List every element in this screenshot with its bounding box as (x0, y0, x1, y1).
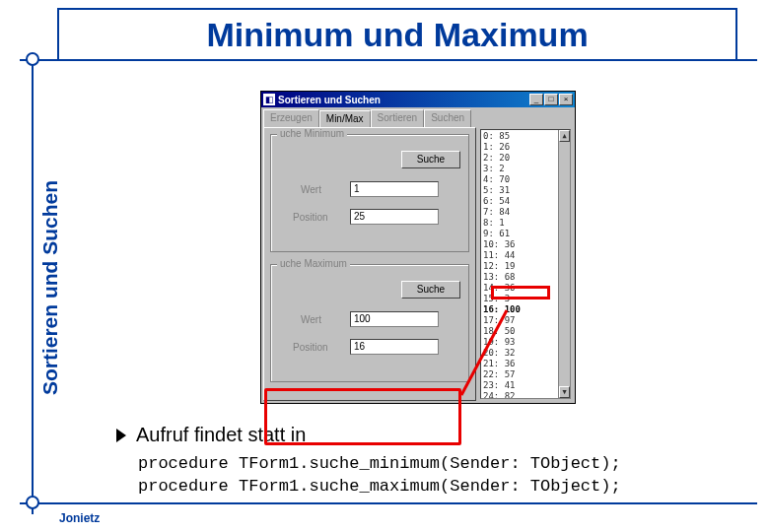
divider-vertical (32, 57, 34, 514)
window-titlebar: ◧ Sortieren und Suchen _ □ × (261, 92, 575, 107)
code-line-2: procedure TForm1.suche_maximum(Sender: T… (138, 477, 621, 496)
max-pos-label: Position (293, 342, 328, 353)
list-row: 7: 84 (483, 207, 568, 218)
min-wert-field[interactable]: 1 (350, 181, 439, 197)
list-row: 18: 50 (483, 326, 568, 337)
group-minimum: uche Minimum Suche Wert 1 Position 25 (270, 134, 469, 252)
list-row: 2: 20 (483, 153, 568, 164)
sidebar-label: Sortieren und Suchen (38, 180, 62, 395)
list-row: 22: 57 (483, 369, 568, 380)
list-row: 14: 36 (483, 283, 568, 294)
list-row: 13: 68 (483, 272, 568, 283)
list-row: 4: 70 (483, 174, 568, 185)
code-block: procedure TForm1.suche_minimum(Sender: T… (138, 453, 621, 499)
divider-bottom (20, 502, 757, 504)
tab-erzeugen[interactable]: Erzeugen (263, 109, 319, 127)
scroll-up-icon[interactable]: ▲ (559, 130, 570, 142)
list-row: 10: 36 (483, 239, 568, 250)
min-wert-label: Wert (301, 184, 321, 195)
list-row: 0: 85 (483, 131, 568, 142)
bullet-line: Aufruf findet statt in (116, 424, 306, 446)
tab-body: uche Minimum Suche Wert 1 Position 25 uc… (263, 127, 476, 401)
window-title: Sortieren und Suchen (278, 95, 529, 105)
list-row: 9: 61 (483, 229, 568, 239)
group-maximum-title: uche Maximum (277, 258, 350, 269)
code-line-1: procedure TForm1.suche_minimum(Sender: T… (138, 454, 621, 473)
tab-strip: Erzeugen Min/Max Sortieren Suchen (261, 107, 575, 127)
list-row: 1: 26 (483, 142, 568, 153)
max-wert-field[interactable]: 100 (350, 311, 439, 327)
tab-suchen[interactable]: Suchen (424, 109, 471, 127)
list-row: 24: 82 (483, 391, 568, 399)
app-window: ◧ Sortieren und Suchen _ □ × Erzeugen Mi… (260, 91, 576, 404)
scroll-down-icon[interactable]: ▼ (559, 386, 570, 398)
bullet-icon (116, 429, 126, 442)
tab-sortieren[interactable]: Sortieren (371, 109, 425, 127)
list-row: 6: 54 (483, 196, 568, 207)
list-row: 3: 2 (483, 164, 568, 174)
list-row: 12: 19 (483, 261, 568, 272)
list-row: 11: 44 (483, 250, 568, 261)
bullet-text: Aufruf findet statt in (136, 424, 306, 446)
list-row: 19: 93 (483, 337, 568, 348)
tab-minmax[interactable]: Min/Max (319, 110, 371, 128)
minimize-button[interactable]: _ (529, 94, 543, 105)
list-row: 16: 100 (483, 304, 568, 315)
joint-bottom-icon (26, 496, 39, 509)
list-row: 21: 36 (483, 359, 568, 369)
min-pos-field[interactable]: 25 (350, 209, 439, 225)
group-minimum-title: uche Minimum (277, 128, 347, 139)
value-list: 0: 85 1: 26 2: 20 3: 2 4: 70 5: 31 6: 54… (480, 129, 571, 399)
close-button[interactable]: × (559, 94, 573, 105)
min-pos-label: Position (293, 212, 328, 223)
list-row: 15: 3 (483, 294, 568, 304)
group-maximum: uche Maximum Suche Wert 100 Position 16 (270, 264, 469, 382)
list-row: 23: 41 (483, 380, 568, 391)
suche-max-button[interactable]: Suche (401, 281, 460, 299)
scrollbar[interactable]: ▲ ▼ (558, 130, 570, 398)
app-icon: ◧ (263, 94, 275, 105)
list-row: 17: 97 (483, 315, 568, 326)
maximize-button[interactable]: □ (544, 94, 558, 105)
list-row: 5: 31 (483, 185, 568, 196)
max-pos-field[interactable]: 16 (350, 339, 439, 355)
suche-min-button[interactable]: Suche (401, 151, 460, 168)
joint-top-icon (26, 52, 39, 66)
footer-author: Jonietz (59, 511, 100, 525)
list-row: 8: 1 (483, 218, 568, 229)
slide-title: Minimum und Maximum (57, 8, 737, 61)
max-wert-label: Wert (301, 314, 321, 325)
list-row: 20: 32 (483, 348, 568, 359)
